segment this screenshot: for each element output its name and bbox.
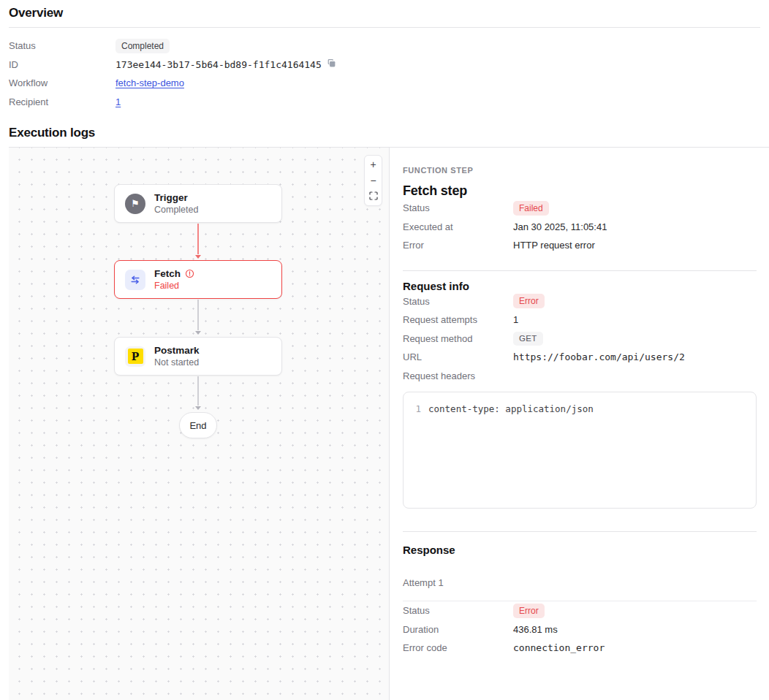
- summary-row-error: Error HTTP request error: [403, 236, 757, 255]
- execution-logs-area: ⚑ Trigger Completed Fetch: [9, 147, 769, 700]
- copy-icon: [327, 58, 336, 70]
- request-row-url: URL https://foobar.com/api/users/2: [403, 348, 757, 367]
- overview-row-recipient: Recipient 1: [9, 93, 760, 112]
- edge-postmark-to-end: [197, 376, 199, 410]
- overview-rows: Status Completed ID 173ee144-3b17-5b64-b…: [9, 37, 760, 111]
- fit-view-icon: [369, 191, 378, 202]
- overview-section: Overview Status Completed ID 173ee144-3b…: [0, 0, 769, 111]
- node-status: Not started: [154, 357, 200, 368]
- postmark-logo-icon: P: [125, 346, 145, 367]
- step-status-badge: Failed: [513, 201, 549, 216]
- recipient-link[interactable]: 1: [115, 96, 121, 107]
- node-title: Trigger: [154, 192, 188, 203]
- run-status-badge: Completed: [115, 39, 170, 53]
- overview-row-id: ID 173ee144-3b17-5b64-bd89-f1f1c4164145: [9, 56, 760, 75]
- line-number: 1: [414, 403, 421, 416]
- run-id-value: 173ee144-3b17-5b64-bd89-f1f1c4164145: [115, 59, 322, 70]
- id-label: ID: [9, 59, 115, 70]
- canvas-zoom-controls: + −: [364, 155, 382, 206]
- code-line: 1 content-type: application/json: [414, 403, 746, 416]
- node-title: Fetch: [154, 268, 181, 279]
- request-url-value: https://foobar.com/api/users/2: [513, 351, 685, 362]
- response-rows: Status Error Duration 436.81 ms Error co…: [403, 601, 757, 658]
- request-info-rows: Status Error Request attempts 1 Request …: [403, 292, 757, 386]
- response-status-badge: Error: [513, 604, 545, 618]
- request-info-title: Request info: [403, 280, 757, 292]
- step-title: Fetch step: [403, 183, 757, 199]
- executed-at-value: Jan 30 2025, 11:05:41: [513, 221, 607, 232]
- node-trigger[interactable]: ⚑ Trigger Completed: [114, 184, 282, 223]
- response-title: Response: [403, 544, 757, 556]
- attempt-label: Attempt 1: [403, 577, 757, 588]
- node-postmark[interactable]: P Postmark Not started: [114, 337, 282, 376]
- zoom-out-button[interactable]: −: [365, 172, 382, 189]
- response-row-status: Status Error: [403, 601, 757, 620]
- response-row-duration: Duration 436.81 ms: [403, 620, 757, 639]
- execution-logs-title: Execution logs: [0, 111, 769, 147]
- edge-fetch-to-postmark: [197, 300, 199, 335]
- panel-divider: [403, 270, 757, 271]
- request-status-badge: Error: [513, 294, 545, 308]
- fit-view-button[interactable]: [365, 189, 382, 205]
- summary-row-status: Status Failed: [403, 199, 757, 218]
- code-content: content-type: application/json: [428, 403, 594, 416]
- status-label: Status: [9, 40, 115, 51]
- panel-divider: [403, 531, 757, 532]
- request-row-headers: Request headers: [403, 367, 757, 386]
- request-row-status: Status Error: [403, 292, 757, 311]
- workflow-link[interactable]: fetch-step-demo: [115, 77, 184, 88]
- duration-value: 436.81 ms: [513, 624, 558, 635]
- step-type-eyebrow: FUNCTION STEP: [403, 166, 757, 175]
- overview-row-workflow: Workflow fetch-step-demo: [9, 74, 760, 93]
- workflow-canvas[interactable]: ⚑ Trigger Completed Fetch: [9, 148, 390, 700]
- node-end[interactable]: End: [179, 412, 217, 438]
- response-row-error-code: Error code connection_error: [403, 639, 757, 658]
- request-method-badge: GET: [513, 332, 543, 346]
- summary-row-executed-at: Executed at Jan 30 2025, 11:05:41: [403, 218, 757, 237]
- error-value: HTTP request error: [513, 240, 595, 251]
- step-detail-panel: FUNCTION STEP Fetch step Status Failed E…: [390, 148, 769, 700]
- edge-trigger-to-fetch: [197, 224, 199, 259]
- copy-id-button[interactable]: [327, 58, 336, 70]
- flag-icon: ⚑: [125, 194, 145, 214]
- step-summary: Status Failed Executed at Jan 30 2025, 1…: [403, 199, 757, 255]
- workflow-run-detail-page: Overview Status Completed ID 173ee144-3b…: [0, 0, 769, 700]
- request-row-attempts: Request attempts 1: [403, 311, 757, 330]
- error-warning-icon: [185, 269, 194, 278]
- request-headers-code-editor[interactable]: 1 content-type: application/json: [403, 392, 757, 509]
- node-status: Completed: [154, 205, 198, 215]
- swap-arrows-icon: [125, 270, 145, 290]
- request-row-method: Request method GET: [403, 330, 757, 349]
- node-status: Failed: [154, 281, 194, 291]
- overview-row-status: Status Completed: [9, 37, 760, 56]
- zoom-in-button[interactable]: +: [365, 156, 382, 172]
- error-code-value: connection_error: [513, 642, 605, 653]
- overview-divider: [9, 27, 760, 28]
- recipient-label: Recipient: [9, 96, 115, 107]
- node-fetch[interactable]: Fetch Failed: [114, 260, 282, 299]
- request-attempts-value: 1: [513, 314, 518, 325]
- workflow-label: Workflow: [9, 77, 115, 88]
- node-title: Postmark: [154, 345, 200, 356]
- overview-title: Overview: [9, 6, 760, 20]
